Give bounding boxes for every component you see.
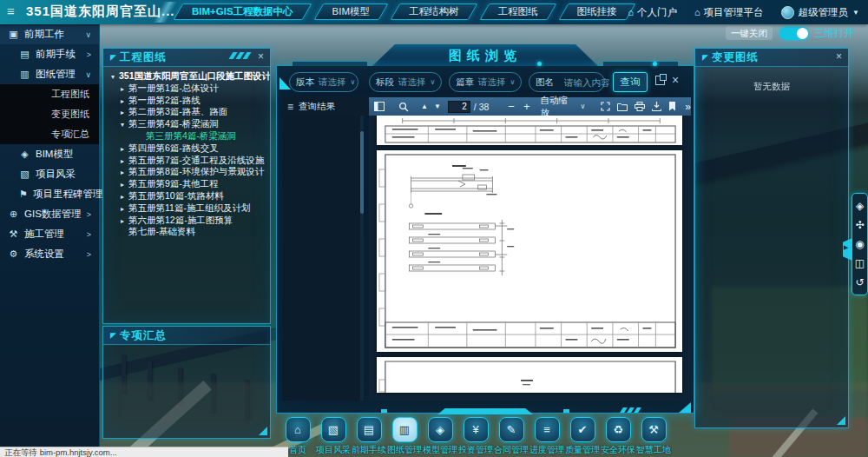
next-page-icon[interactable]: ▼	[434, 103, 441, 111]
modal-close-icon[interactable]	[672, 73, 679, 87]
drawing-list-item[interactable]	[282, 141, 364, 153]
sidebar-item[interactable]: ⚙ 系统设置 >	[0, 244, 99, 264]
drawing-list-item[interactable]	[282, 326, 364, 338]
tree-node[interactable]: ▸第二册第3篇-路基、路面	[103, 106, 270, 118]
close-icon[interactable]	[258, 50, 264, 63]
results-header[interactable]: 查询结果	[282, 97, 369, 116]
zoom-in-icon[interactable]: +	[523, 103, 530, 111]
zoom-out-icon[interactable]: −	[508, 103, 515, 111]
drawings-tree-panel-header[interactable]: 工程图纸	[103, 49, 270, 67]
open-file-icon[interactable]	[617, 103, 628, 111]
tree-node[interactable]: ▸第五册第11篇-施工组织及计划	[103, 202, 270, 215]
map-tool[interactable]: ◫	[855, 258, 865, 268]
sidebar-toggle-icon[interactable]	[374, 102, 385, 111]
drawing-list-item[interactable]	[282, 240, 364, 252]
chapter-dropdown[interactable]: 篇章 请选择	[449, 72, 522, 92]
close-all-button[interactable]: 一键关闭	[726, 26, 773, 40]
drawing-list-item[interactable]	[282, 388, 364, 401]
tree-node[interactable]: ▸第五册第10篇-筑路材料	[103, 190, 270, 202]
sidebar-item[interactable]: ⊕ GIS数据管理 >	[0, 204, 99, 224]
drawing-list-item[interactable]	[282, 289, 364, 301]
tree-node[interactable]: 第三册第4篇-桥梁涵洞	[103, 130, 270, 142]
drawing-list-item[interactable]	[282, 375, 364, 387]
drawing-list-item[interactable]	[282, 116, 364, 128]
drawing-list-item[interactable]	[282, 227, 364, 239]
tree-node[interactable]: ▸第五册第9篇-其他工程	[103, 178, 270, 190]
dock-item[interactable]: ◈ 模型管理	[427, 417, 453, 456]
dock-item[interactable]: ▤ 前期手续	[356, 417, 382, 456]
drawing-list-item[interactable]	[282, 252, 364, 264]
drawing-list-item[interactable]	[282, 363, 364, 375]
tree-node[interactable]: ▾第三册第4篇-桥梁涵洞	[103, 118, 270, 130]
menu-icon[interactable]	[7, 4, 15, 18]
header-tab[interactable]: 工程结构树	[395, 3, 473, 20]
version-dropdown[interactable]: 版本 请选择	[289, 72, 358, 92]
project-platform-link[interactable]: ⌂ 项目管理平台	[694, 6, 764, 19]
bookmark-icon[interactable]	[668, 102, 676, 111]
map-tool[interactable]: ◈	[856, 201, 864, 211]
drawing-list-item[interactable]	[282, 301, 364, 314]
download-icon[interactable]	[652, 102, 661, 111]
sidebar-item[interactable]: 专项汇总	[0, 124, 99, 144]
change-drawings-panel-header[interactable]: 变更图纸	[695, 49, 848, 67]
dock-item[interactable]: ≡ 进度管理	[534, 417, 560, 456]
tree-node[interactable]: ▸第五册第7篇-交通工程及沿线设施	[103, 155, 270, 167]
sidebar-item[interactable]: ⚑ 项目里程碑管理	[0, 184, 99, 204]
map-tool[interactable]: ◉	[855, 239, 864, 249]
print-icon[interactable]	[635, 102, 645, 111]
drawing-list-item[interactable]	[282, 153, 364, 165]
dock-item[interactable]: ⌂ 首页	[285, 417, 311, 456]
tree-node[interactable]: ▸第一册第1篇-总体设计	[103, 83, 270, 95]
sidebar-item[interactable]: 工程图纸	[0, 84, 99, 104]
tree-node[interactable]: ▸第一册第2篇-路线	[103, 95, 270, 107]
resize-handle[interactable]	[259, 427, 267, 435]
special-summary-panel-header[interactable]: 专项汇总	[103, 327, 270, 345]
dock-item[interactable]: ✎ 合同管理	[498, 417, 524, 456]
list-scrollbar[interactable]	[360, 116, 364, 401]
map-tool[interactable]: ↺	[855, 277, 864, 288]
drawing-list-item[interactable]	[282, 202, 364, 215]
personal-portal-link[interactable]: ⌂ 个人门户	[628, 6, 677, 19]
dock-item[interactable]: ▧ 项目风采	[320, 417, 346, 456]
drawing-list-item[interactable]	[282, 165, 364, 177]
section-dropdown[interactable]: 标段 请选择	[369, 72, 442, 92]
map-tool[interactable]: ✣	[855, 220, 864, 230]
drawing-list-item[interactable]	[282, 276, 364, 288]
tree-node[interactable]: ▸第五册第8篇-环境保护与景观设计	[103, 166, 270, 178]
pdf-viewer[interactable]	[369, 116, 691, 401]
sidebar-item[interactable]: ◈ BIM模型	[0, 144, 99, 164]
sidebar-item[interactable]: ▤ 前期手续 >	[0, 44, 99, 64]
3d-toggle[interactable]	[779, 27, 809, 40]
header-tab[interactable]: BIM模型	[319, 3, 384, 20]
drawing-list-item[interactable]	[282, 314, 364, 326]
drawing-list-item[interactable]	[282, 215, 364, 227]
drawing-name-input[interactable]	[562, 76, 613, 89]
modal-titlebar[interactable]: 图纸浏览	[372, 44, 598, 66]
dock-item[interactable]: ▥ 图纸管理	[391, 417, 418, 456]
drawing-list-item[interactable]	[282, 339, 364, 351]
resize-handle[interactable]	[837, 416, 845, 425]
drawing-list-item[interactable]	[282, 264, 364, 276]
header-tab[interactable]: BIM+GIS工程数据中心	[178, 3, 307, 20]
sidebar-item[interactable]: ▣ 前期工作 ∨	[0, 24, 99, 44]
sidebar-item[interactable]: ⚒ 施工管理 >	[0, 224, 99, 244]
maximize-icon[interactable]	[655, 76, 665, 85]
dock-item[interactable]: ✔ 质量管理	[569, 417, 595, 456]
search-icon[interactable]	[398, 102, 409, 112]
drawing-list-item[interactable]	[282, 128, 364, 140]
user-menu[interactable]: 超级管理员 ▼	[781, 6, 859, 19]
drawing-list-item[interactable]	[282, 190, 364, 202]
sidebar-item[interactable]: ▧ 项目风采	[0, 164, 99, 184]
drawing-list-item[interactable]	[282, 351, 364, 363]
close-icon[interactable]	[836, 50, 842, 63]
dock-item[interactable]: ⚒ 智慧工地	[641, 417, 667, 456]
more-tools-icon[interactable]: »	[685, 103, 691, 111]
previous-page-icon[interactable]: ▲	[421, 103, 428, 111]
tree-node[interactable]: ▸第六册第12篇-施工图预算	[103, 215, 270, 227]
page-number-input[interactable]	[448, 101, 470, 113]
tree-node[interactable]: ▾351国道东阳周官至山口段施工图设计	[103, 70, 270, 83]
tree-node[interactable]: 第七册-基础资料	[103, 226, 270, 238]
dock-item[interactable]: ♻ 安全环保	[605, 417, 631, 456]
tree-node[interactable]: ▸第四册第6篇-路线交叉	[103, 142, 270, 155]
sidebar-item[interactable]: 变更图纸	[0, 104, 99, 124]
